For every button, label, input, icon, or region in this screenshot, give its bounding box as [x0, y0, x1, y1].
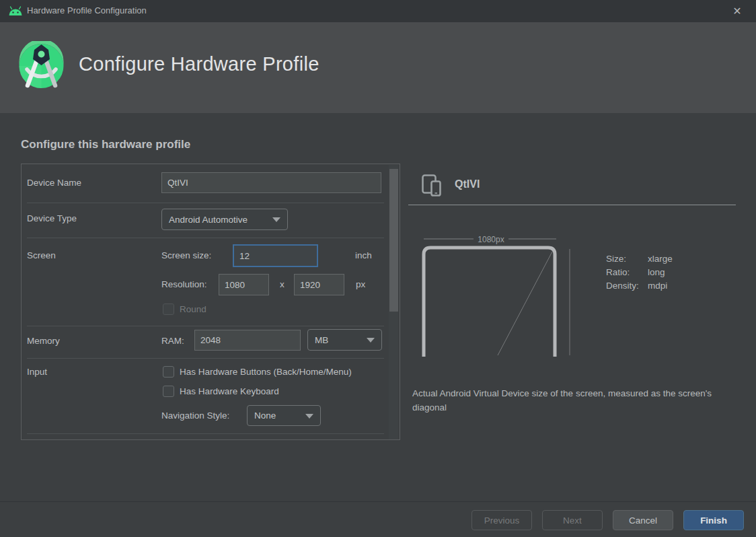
spec-size-label: Size:	[606, 252, 648, 266]
resolution-label: Resolution:	[161, 279, 207, 289]
android-head-icon	[8, 6, 23, 16]
row-separator	[27, 433, 384, 434]
ram-input[interactable]	[194, 330, 301, 351]
chevron-down-icon	[305, 414, 313, 419]
spec-density-value: mdpi	[648, 279, 667, 293]
device-type-select[interactable]: Android Automotive	[161, 209, 288, 230]
android-studio-logo-icon	[19, 41, 64, 96]
chevron-down-icon	[367, 338, 375, 343]
row-separator	[27, 238, 384, 238]
ram-label: RAM:	[161, 336, 184, 346]
form-scrollbar-thumb[interactable]	[389, 169, 398, 312]
previous-button[interactable]: Previous	[471, 510, 532, 530]
screen-size-unit: inch	[355, 250, 372, 260]
spec-row-size: Size: xlarge	[606, 252, 673, 266]
memory-label: Memory	[27, 336, 60, 346]
row-separator	[27, 358, 384, 359]
title-bar: Hardware Profile Configuration ✕	[0, 0, 756, 22]
preview-device-name: QtIVI	[455, 178, 480, 190]
spec-row-density: Density: mdpi	[606, 279, 673, 293]
dialog-title: Configure Hardware Profile	[79, 53, 319, 75]
cancel-button[interactable]: Cancel	[613, 510, 673, 530]
resolution-x-label: x	[280, 279, 285, 289]
hw-keyboard-label: Has Hardware Keyboard	[180, 386, 279, 396]
devices-icon	[422, 174, 443, 197]
input-label: Input	[27, 367, 47, 377]
preview-divider	[408, 205, 736, 205]
ram-unit-select[interactable]: MB	[307, 329, 382, 351]
device-preview-panel: QtIVI 1080px Size: xlarge Ratio: long	[408, 164, 736, 500]
device-type-label: Device Type	[27, 213, 77, 223]
device-specs: Size: xlarge Ratio: long Density: mdpi	[606, 252, 673, 293]
nav-style-value: None	[254, 410, 276, 421]
spec-ratio-value: long	[648, 266, 665, 279]
dialog-header: Configure Hardware Profile	[0, 22, 756, 113]
device-screen-diagram: 1080px	[416, 231, 584, 357]
resolution-height-input[interactable]	[294, 274, 344, 295]
hw-buttons-checkbox[interactable]	[163, 366, 174, 378]
spec-ratio-label: Ratio:	[606, 266, 648, 279]
hardware-profile-dialog: Hardware Profile Configuration ✕ Configu…	[0, 0, 756, 537]
nav-style-label: Navigation Style:	[161, 410, 229, 421]
device-name-input[interactable]	[161, 172, 381, 193]
spec-row-ratio: Ratio: long	[606, 266, 673, 279]
screen-width-label: 1080px	[478, 235, 504, 244]
chevron-down-icon	[272, 217, 280, 222]
screen-label: Screen	[27, 250, 56, 260]
row-separator	[27, 203, 384, 203]
screen-size-description: Actual Android Virtual Device size of th…	[412, 387, 723, 415]
round-checkbox[interactable]	[163, 303, 174, 315]
hw-buttons-label: Has Hardware Buttons (Back/Home/Menu)	[180, 367, 352, 377]
nav-style-select[interactable]: None	[247, 405, 321, 426]
resolution-unit: px	[356, 279, 365, 289]
spec-size-value: xlarge	[648, 252, 673, 266]
hardware-profile-form: Device Name Device Type Android Automoti…	[21, 164, 400, 440]
next-button[interactable]: Next	[542, 510, 603, 530]
spec-density-label: Density:	[606, 279, 648, 293]
screen-size-input[interactable]	[233, 244, 318, 267]
resolution-width-input[interactable]	[219, 274, 269, 295]
dialog-body: Configure this hardware profile Device N…	[0, 113, 756, 501]
row-separator	[27, 326, 384, 326]
device-name-label: Device Name	[27, 178, 81, 188]
window-title: Hardware Profile Configuration	[27, 5, 147, 15]
form-scrollbar-track[interactable]	[389, 165, 398, 439]
close-icon[interactable]: ✕	[729, 4, 745, 19]
hw-keyboard-checkbox[interactable]	[163, 386, 174, 397]
section-title: Configure this hardware profile	[21, 138, 190, 151]
finish-button[interactable]: Finish	[683, 510, 744, 530]
round-checkbox-label: Round	[180, 304, 206, 314]
dialog-footer: Previous Next Cancel Finish	[0, 501, 756, 537]
screen-size-label: Screen size:	[161, 250, 211, 260]
ram-unit-value: MB	[315, 335, 328, 345]
device-type-value: Android Automotive	[169, 215, 248, 225]
